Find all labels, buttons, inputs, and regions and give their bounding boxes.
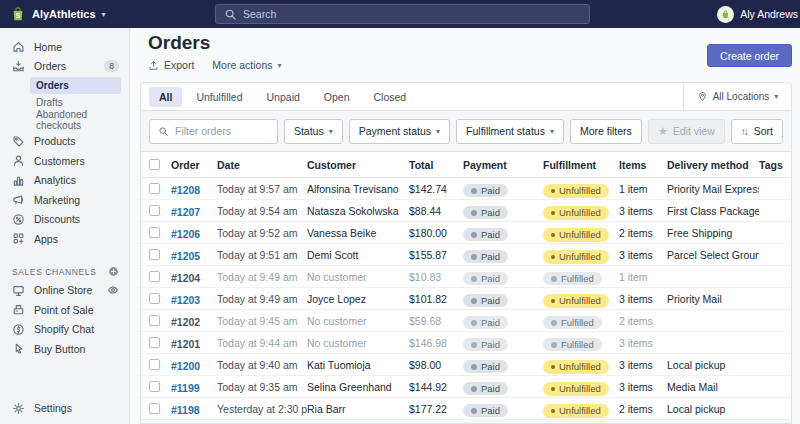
sidebar-item-online-store[interactable]: Online Store <box>0 281 129 301</box>
order-link[interactable]: #1198 <box>171 404 200 416</box>
sidebar-item-marketing[interactable]: Marketing <box>0 190 129 210</box>
fulfillment-badge: Unfulfilled <box>543 404 609 418</box>
page-title: Orders <box>148 32 210 54</box>
table-row[interactable]: #1200 Today at 9:40 am Kati Tuomioja $98… <box>141 354 791 376</box>
tab-all[interactable]: All <box>149 87 182 107</box>
table-row[interactable]: #1198 Yesterday at 2:30 pm Ria Barr $177… <box>141 398 791 420</box>
fulfillment-badge: Fulfilled <box>543 338 602 352</box>
tab-open[interactable]: Open <box>314 87 360 107</box>
export-icon <box>148 60 159 71</box>
home-icon <box>12 40 25 53</box>
sidebar-item-point-of-sale[interactable]: Point of Sale <box>0 300 129 320</box>
col-date: Date <box>217 159 307 171</box>
sidebar-item-discounts[interactable]: Discounts <box>0 210 129 230</box>
row-checkbox[interactable] <box>149 183 160 194</box>
sort-button[interactable]: ↑↓ Sort <box>731 119 783 144</box>
table-row[interactable]: #1201 Today at 9:44 am No customer $146.… <box>141 332 791 354</box>
tab-unfulfilled[interactable]: Unfulfilled <box>186 87 252 107</box>
user-menu[interactable]: Aly Andrews <box>717 0 800 28</box>
gear-icon <box>12 402 25 415</box>
edit-view-button[interactable]: ★ Edit view <box>648 119 725 144</box>
row-checkbox[interactable] <box>149 227 160 238</box>
row-checkbox[interactable] <box>149 337 160 348</box>
row-checkbox[interactable] <box>149 403 160 414</box>
export-button[interactable]: Export <box>148 59 194 71</box>
tab-closed[interactable]: Closed <box>364 87 417 107</box>
create-order-button[interactable]: Create order <box>707 44 792 67</box>
order-link[interactable]: #1204 <box>171 272 200 284</box>
more-filters-button[interactable]: More filters <box>570 119 642 144</box>
sidebar-subitem-abandoned-checkouts[interactable]: Abandoned checkouts <box>30 112 121 129</box>
row-checkbox[interactable] <box>149 359 160 370</box>
sidebar-item-buy-button[interactable]: Buy Button <box>0 339 129 359</box>
order-link[interactable]: #1199 <box>171 382 200 394</box>
table-row[interactable]: #1206 Today at 9:52 am Vanessa Beike $18… <box>141 222 791 244</box>
order-items: 3 items <box>619 359 667 371</box>
store-switcher[interactable]: S AlyAthletics ▾ <box>10 6 106 22</box>
table-row[interactable]: #1203 Today at 9:49 am Joyce Lopez $101.… <box>141 288 791 310</box>
row-checkbox[interactable] <box>149 315 160 326</box>
order-link[interactable]: #1205 <box>171 250 200 262</box>
status-filter-button[interactable]: Status ▾ <box>284 119 343 144</box>
order-delivery-method: Priority Mail <box>667 293 759 305</box>
sidebar-item-customers[interactable]: Customers <box>0 151 129 171</box>
fulfillment-label: Unfulfilled <box>559 208 601 218</box>
order-link[interactable]: #1202 <box>171 316 200 328</box>
more-actions-button[interactable]: More actions ▾ <box>212 59 281 71</box>
table-header: Order Date Customer Total Payment Fulfil… <box>141 152 791 178</box>
table-row[interactable]: #1199 Today at 9:35 am Selina Greenhand … <box>141 376 791 398</box>
order-link[interactable]: #1206 <box>171 228 200 240</box>
filter-placeholder: Filter orders <box>175 125 231 137</box>
row-checkbox[interactable] <box>149 271 160 282</box>
header-actions: Export More actions ▾ <box>148 59 281 71</box>
row-checkbox[interactable] <box>149 293 160 304</box>
table-row[interactable]: #1202 Today at 9:45 am No customer $59.6… <box>141 310 791 332</box>
row-checkbox[interactable] <box>149 381 160 392</box>
location-selector[interactable]: All Locations ▾ <box>683 83 791 110</box>
filter-orders-input[interactable]: Filter orders <box>149 119 278 144</box>
sidebar-subitem-orders[interactable]: Orders <box>30 77 121 94</box>
status-dot-icon <box>471 254 477 260</box>
table-row[interactable]: #1208 Today at 9:57 am Alfonsina Trevisa… <box>141 178 791 200</box>
order-link[interactable]: #1203 <box>171 294 200 306</box>
fulfillment-status-filter-label: Fulfillment status <box>466 125 545 137</box>
order-link[interactable]: #1201 <box>171 338 200 350</box>
sidebar-item-settings[interactable]: Settings <box>0 399 129 419</box>
sidebar-item-shopify-chat[interactable]: Shopify Chat <box>0 320 129 340</box>
order-date: Today at 9:40 am <box>217 359 307 371</box>
sidebar-item-label: Marketing <box>34 194 119 206</box>
fulfillment-status-filter-button[interactable]: Fulfillment status ▾ <box>456 119 564 144</box>
sidebar-item-apps[interactable]: Apps <box>0 229 129 249</box>
order-items: 2 items <box>619 315 667 327</box>
payment-badge: Paid <box>463 316 508 330</box>
sidebar-item-home[interactable]: Home <box>0 37 129 57</box>
order-link[interactable]: #1200 <box>171 360 200 372</box>
col-tags: Tags <box>759 159 783 171</box>
payment-badge: Paid <box>463 184 508 198</box>
payment-status-filter-button[interactable]: Payment status ▾ <box>349 119 450 144</box>
sidebar-item-products[interactable]: Products <box>0 132 129 152</box>
payment-badge: Paid <box>463 382 508 396</box>
sidebar-item-orders[interactable]: Orders 8 <box>0 57 129 77</box>
row-checkbox[interactable] <box>149 205 160 216</box>
add-channel-icon[interactable] <box>108 266 119 277</box>
eye-icon[interactable] <box>107 284 119 296</box>
order-link[interactable]: #1208 <box>171 184 200 196</box>
global-search-input[interactable]: Search <box>215 4 590 24</box>
payment-label: Paid <box>481 186 500 196</box>
fulfillment-badge: Unfulfilled <box>543 184 609 198</box>
table-row[interactable]: #1207 Today at 9:54 am Natasza Sokolwska… <box>141 200 791 222</box>
order-items: 2 items <box>619 227 667 239</box>
select-all-checkbox[interactable] <box>149 159 160 170</box>
sidebar-item-analytics[interactable]: Analytics <box>0 171 129 191</box>
star-icon: ★ <box>658 125 668 138</box>
tabs: All Unfulfilled Unpaid Open Closed <box>141 83 683 110</box>
sidebar-item-label: Online Store <box>34 284 98 296</box>
table-row[interactable]: #1205 Today at 9:51 am Demi Scott $155.8… <box>141 244 791 266</box>
order-link[interactable]: #1207 <box>171 206 200 218</box>
table-row[interactable]: #1204 Today at 9:49 am No customer $10.8… <box>141 266 791 288</box>
order-date: Today at 9:54 am <box>217 205 307 217</box>
payment-label: Paid <box>481 274 500 284</box>
row-checkbox[interactable] <box>149 249 160 260</box>
tab-unpaid[interactable]: Unpaid <box>257 87 310 107</box>
